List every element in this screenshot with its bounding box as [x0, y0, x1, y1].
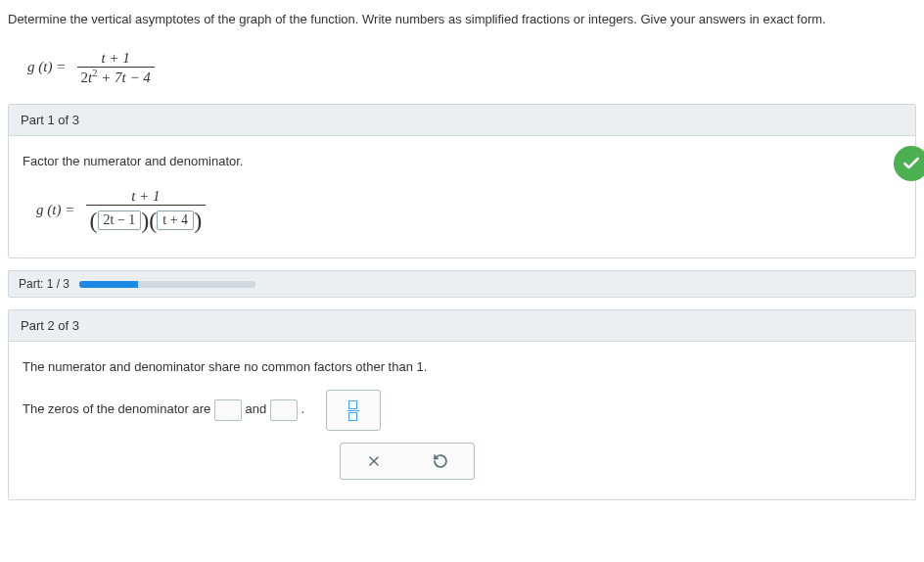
part2-statement: The numerator and denominator share no c… [23, 359, 901, 374]
part1-instruction: Factor the numerator and denominator. [23, 154, 901, 168]
function-definition: g (t) = t + 1 2t2 + 7t − 4 [8, 42, 916, 104]
part1-lhs: g (t) = [36, 202, 74, 217]
question-prompt: Determine the vertical asymptotes of the… [8, 8, 916, 42]
clear-button[interactable] [341, 444, 407, 479]
correct-check-icon [894, 146, 924, 181]
zero-input-2[interactable] [270, 399, 298, 421]
part2-fill-row: The zeros of the denominator are and . [23, 390, 901, 431]
factor1-answer: 2t − 1 [98, 211, 142, 230]
part2-title: Part 2 of 3 [9, 310, 915, 342]
math-toolbar [326, 390, 381, 431]
fraction-tool[interactable] [327, 391, 380, 430]
zero-input-1[interactable] [214, 399, 242, 421]
part2-card: Part 2 of 3 The numerator and denominato… [8, 309, 916, 500]
progress-track [79, 281, 255, 288]
factor2-answer: t + 4 [157, 211, 194, 230]
action-toolbar [340, 443, 475, 480]
progress-bar-row: Part: 1 / 3 [8, 270, 916, 298]
undo-button[interactable] [407, 444, 474, 479]
numerator: t + 1 [102, 50, 130, 66]
function-lhs: g (t) = [27, 59, 66, 74]
part1-numerator: t + 1 [131, 188, 160, 204]
part1-title: Part 1 of 3 [9, 105, 915, 136]
progress-label: Part: 1 / 3 [19, 277, 69, 291]
part1-card: Part 1 of 3 Factor the numerator and den… [8, 104, 916, 258]
progress-fill [79, 281, 138, 288]
